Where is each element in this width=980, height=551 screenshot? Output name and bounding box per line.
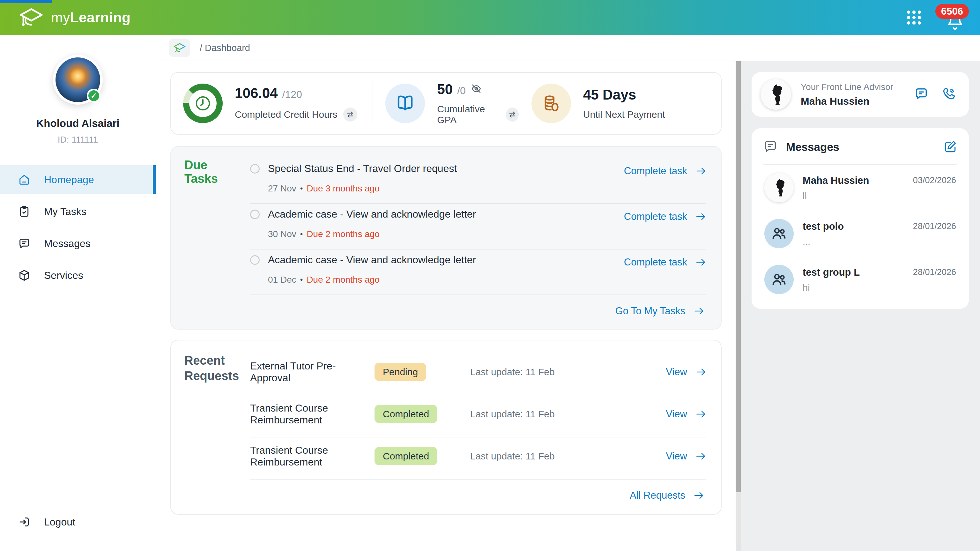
graduation-cap-gradient-icon	[173, 43, 186, 53]
task-radio[interactable]	[250, 164, 260, 174]
chat-bubble-icon	[914, 86, 929, 101]
go-to-my-tasks-link[interactable]: Go To My Tasks	[616, 305, 705, 317]
notification-count-badge: 6506	[935, 4, 969, 19]
logout-icon	[18, 516, 30, 528]
task-row: Special Status End - Travel Order reques…	[250, 158, 706, 204]
task-overdue-label: Due 3 months ago	[307, 183, 380, 194]
message-list-item[interactable]: test polo ... 28/01/2026	[763, 210, 957, 256]
main-scrollbar[interactable]	[736, 61, 741, 551]
stat-label: Cumulative GPA	[437, 104, 500, 126]
request-row: Transient Course Reimbursement Completed…	[250, 395, 706, 438]
page-load-progress-bar	[0, 0, 52, 3]
sidebar-item-homepage[interactable]: Homepage	[0, 165, 156, 194]
apps-grid-icon[interactable]	[905, 8, 923, 27]
task-row: Academic case - View and acknowledge let…	[250, 250, 706, 295]
arrow-right-icon	[695, 451, 706, 461]
swap-arrows-icon	[346, 110, 355, 119]
request-row: External Tutor Pre-Approval Pending Last…	[250, 353, 706, 395]
stat-total: /0	[457, 85, 466, 97]
request-row: Transient Course Reimbursement Completed…	[250, 438, 706, 479]
request-last-update: Last update: 11 Feb	[470, 366, 666, 377]
due-tasks-title: Due Tasks	[185, 158, 239, 186]
request-title: Transient Course Reimbursement	[250, 444, 374, 468]
breadcrumb-home-button[interactable]	[169, 38, 190, 57]
graduation-cap-icon	[18, 7, 45, 28]
sidebar-item-label: Messages	[44, 238, 91, 250]
contact-name: test polo	[803, 221, 904, 232]
request-title: External Tutor Pre-Approval	[250, 360, 374, 384]
sidebar-item-services[interactable]: Services	[0, 261, 156, 290]
request-last-update: Last update: 11 Feb	[470, 451, 666, 462]
people-icon	[771, 271, 788, 288]
stat-next-payment: 45 Days Until Next Payment	[519, 84, 721, 123]
compose-message-button[interactable]	[943, 139, 957, 155]
stat-label: Until Next Payment	[583, 109, 665, 120]
box-icon	[18, 269, 30, 282]
message-list-item[interactable]: Maha Hussien ll 03/02/2026	[763, 165, 957, 210]
user-id: ID: 111111	[0, 135, 156, 145]
scrollbar-thumb[interactable]	[736, 61, 741, 492]
arrow-right-icon	[695, 367, 706, 377]
swap-scale-button[interactable]	[506, 108, 519, 121]
app-header: myLearning 6506	[0, 0, 980, 35]
user-profile: ✓ Kholoud Alsaiari ID: 111111	[0, 55, 156, 145]
open-book-icon	[395, 94, 415, 113]
group-avatar	[764, 219, 794, 248]
coins-icon	[541, 94, 561, 113]
complete-task-link[interactable]: Complete task	[624, 211, 706, 222]
all-requests-link[interactable]: All Requests	[630, 490, 705, 501]
app-logo[interactable]: myLearning	[18, 7, 130, 28]
stat-value: 106.04	[235, 85, 278, 101]
hide-gpa-toggle[interactable]	[470, 83, 482, 96]
main-content: 106.04 /120 Completed Credit Hours	[156, 61, 741, 551]
message-advisor-button[interactable]	[914, 86, 929, 102]
notifications-button[interactable]: 6506	[943, 6, 966, 29]
message-date: 28/01/2026	[913, 265, 956, 294]
advisor-card: Your Front Line Advisor Maha Hussien	[752, 72, 969, 117]
app-title: myLearning	[51, 10, 130, 25]
credit-hours-progress-ring	[183, 84, 223, 123]
logout-button[interactable]: Logout	[0, 508, 156, 536]
sidebar-item-label: Services	[44, 269, 83, 282]
task-date: 30 Nov	[268, 229, 296, 239]
status-badge: Completed	[374, 405, 438, 423]
arrow-right-icon	[695, 166, 706, 176]
group-avatar	[764, 265, 794, 294]
breadcrumb: / Dashboard	[156, 35, 980, 61]
message-list-item[interactable]: test group L hi 28/01/2026	[763, 256, 957, 303]
sidebar-item-messages[interactable]: Messages	[0, 229, 156, 258]
complete-task-link[interactable]: Complete task	[624, 165, 706, 177]
home-icon	[18, 173, 30, 186]
task-radio[interactable]	[250, 255, 260, 265]
task-title: Academic case - View and acknowledge let…	[268, 254, 476, 266]
due-tasks-card: Due Tasks Special Status End - Travel Or…	[170, 146, 722, 330]
message-preview: ll	[803, 191, 904, 201]
recent-requests-title: Recent Requests	[185, 353, 239, 384]
view-request-link[interactable]: View	[666, 408, 706, 420]
chat-bubble-icon	[18, 237, 30, 250]
task-date: 27 Nov	[268, 183, 296, 194]
swap-units-button[interactable]	[343, 108, 357, 121]
advisor-label: Your Front Line Advisor	[801, 82, 893, 92]
messages-panel: Messages	[752, 128, 969, 309]
message-preview: ...	[803, 237, 904, 247]
arrow-right-icon	[695, 409, 706, 419]
call-advisor-button[interactable]	[942, 86, 956, 102]
message-date: 03/02/2026	[913, 173, 956, 202]
task-radio[interactable]	[250, 210, 260, 219]
advisor-name: Maha Hussien	[801, 96, 893, 107]
sidebar-item-label: Homepage	[44, 174, 94, 186]
stat-total: /120	[282, 89, 302, 100]
clipboard-check-icon	[18, 205, 30, 218]
message-date: 28/01/2026	[913, 219, 956, 248]
view-request-link[interactable]: View	[666, 451, 706, 462]
complete-task-link[interactable]: Complete task	[624, 256, 706, 268]
stat-completed-credit-hours: 106.04 /120 Completed Credit Hours	[171, 84, 372, 123]
task-title: Special Status End - Travel Order reques…	[268, 163, 457, 175]
contact-avatar	[764, 173, 794, 202]
sidebar: ✓ Kholoud Alsaiari ID: 111111 Homepage M…	[0, 35, 156, 551]
view-request-link[interactable]: View	[666, 366, 706, 378]
stat-label: Completed Credit Hours	[235, 109, 337, 120]
messages-title: Messages	[786, 141, 839, 153]
sidebar-item-my-tasks[interactable]: My Tasks	[0, 197, 156, 226]
